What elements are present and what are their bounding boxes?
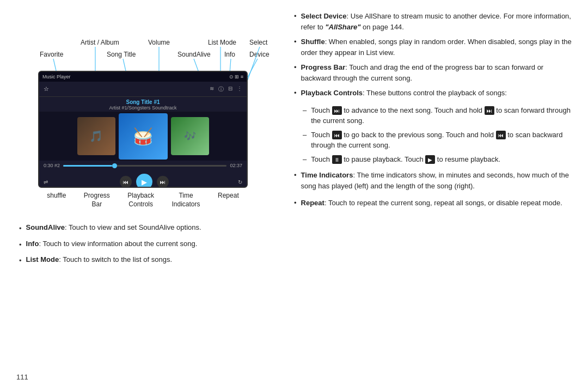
sub-dash-2: – (303, 130, 307, 140)
bottom-labels-row: shuffle ProgressBar PlaybackControls Tim… (38, 192, 248, 209)
playback-controls-label: PlaybackControls (127, 192, 154, 209)
svg-text:Volume: Volume (148, 39, 170, 46)
status-icons: ⊙ ⊞ ≡ (229, 74, 243, 79)
sub-text-2: Touch ⏮ to go back to the previous song.… (311, 130, 572, 151)
repeat-label: Repeat (301, 199, 324, 207)
shuffle-item: • Shuffle: When enabled, songs play in r… (294, 36, 572, 58)
svg-text:Device: Device (249, 51, 270, 58)
shuffle-ctrl-icon: ⇌ (44, 179, 48, 185)
repeat-label: Repeat (218, 192, 239, 209)
playback-controls-label: Playback Controls (301, 89, 363, 97)
sub-dash-1: – (303, 105, 307, 116)
soundalive-label: SoundAlive (26, 223, 65, 231)
repeat-ctrl-icon: ↻ (238, 179, 242, 185)
diagram-container: Artist / Album Volume List Mode Select F… (16, 38, 272, 212)
time-left: 0:30 #2 (44, 163, 60, 168)
play-icon-inline: ▶ (425, 155, 435, 164)
svg-text:Favorite: Favorite (40, 51, 64, 58)
progress-bar-label: ProgressBar (84, 192, 110, 209)
album-right: 🎶 (171, 117, 209, 155)
svg-text:Info: Info (224, 51, 235, 58)
drum-icon: 🥁 (133, 127, 153, 146)
progress-bar-dot (112, 163, 117, 168)
song-title-display: Song Title #1 (39, 99, 247, 105)
pause-icon-inline: ⏸ (332, 155, 342, 164)
info-bullet-text: Info: Touch to view information about th… (26, 238, 198, 249)
prev-icon-inline: ⏮ (332, 131, 342, 139)
listmode-bullet-text: List Mode: Touch to switch to the list o… (26, 254, 173, 265)
playback-controls-text: Playback Controls: These buttons control… (301, 88, 507, 99)
status-bar: Music Player ⊙ ⊞ ≡ (39, 72, 247, 82)
sub-bullet-1: – Touch ⏭ to advance to the next song. T… (303, 105, 572, 126)
info-bullet-item: • Info: Touch to view information about … (19, 238, 272, 250)
info-label: Info (26, 240, 39, 248)
album-center: 🥁 (119, 113, 168, 160)
prev-icon-inline-2: ⏮ (496, 131, 506, 139)
next-icon-inline-2: ⏭ (485, 106, 494, 115)
svg-text:Select: Select (249, 39, 268, 46)
bullet-dot-1: • (19, 223, 22, 234)
page-number: 111 (16, 373, 28, 381)
select-device-text: Select Device: Use AllShare to stream mu… (301, 11, 572, 32)
bullet-dot-r6: • (294, 198, 297, 209)
album-left: 🎵 (77, 117, 115, 155)
left-bullet-list: • SoundAlive: Touch to view and set Soun… (16, 222, 272, 271)
app-bar: ☆ ≋ ⓘ ⊟ ⋮ (39, 82, 247, 97)
bullet-dot-r3: • (294, 62, 297, 73)
bullet-dot-r4: • (294, 88, 297, 99)
progress-bar-item: • Progress Bar: Touch and drag the end o… (294, 62, 572, 83)
ctrl-right-side: ↻ (238, 179, 242, 185)
repeat-text: Repeat: Touch to repeat the current song… (301, 198, 562, 209)
right-panel: • Select Device: Use AllShare to stream … (283, 0, 588, 392)
sub-bullet-2: – Touch ⏮ to go back to the previous son… (303, 130, 572, 151)
soundalive-bullet-text: SoundAlive: Touch to view and set SoundA… (26, 222, 201, 233)
album-art-area: 🎵 🥁 🎶 (39, 112, 247, 161)
listmode-label: List Mode (26, 255, 59, 264)
bullet-dot-3: • (19, 255, 22, 266)
time-right: 02:37 (230, 163, 242, 168)
sub-bullet-list: – Touch ⏭ to advance to the next song. T… (303, 105, 572, 168)
progress-bar-label-text: Progress Bar (301, 63, 346, 71)
shuffle-label: Shuffle (301, 38, 325, 46)
next-icon-inline: ⏭ (332, 106, 342, 115)
bullet-dot-r2: • (294, 36, 297, 47)
svg-text:SoundAlive: SoundAlive (177, 51, 211, 58)
play-btn[interactable]: ▶ (136, 174, 152, 188)
controls-section: ⇌ ⏮ ▶ ⏭ ↻ (39, 170, 247, 188)
app-bar-icons: ≋ ⓘ ⊟ ⋮ (210, 85, 242, 93)
sub-dash-3: – (303, 154, 307, 165)
time-indicators-label: TimeIndicators (172, 192, 200, 209)
app-label: Music Player (42, 74, 71, 79)
shuffle-label: shuffle (47, 192, 66, 209)
progress-section: 0:30 #2 02:37 (39, 161, 247, 170)
info-icon: ⓘ (218, 85, 224, 93)
prev-btn[interactable]: ⏮ (120, 176, 132, 188)
song-info: Song Title #1 Artist #1/Songsters Soundt… (39, 97, 247, 112)
bullet-dot-2: • (19, 240, 22, 250)
select-device-label: Select Device (301, 12, 347, 20)
repeat-item: • Repeat: Touch to repeat the current so… (294, 198, 572, 209)
soundalive-bullet-item: • SoundAlive: Touch to view and set Soun… (19, 222, 272, 234)
sub-bullet-3: – Touch ⏸ to pause playback. Touch ▶ to … (303, 154, 572, 165)
time-indicators-item: • Time Indicators: The time indicators s… (294, 170, 572, 191)
playback-controls-item: • Playback Controls: These buttons contr… (294, 88, 572, 99)
svg-text:List Mode: List Mode (208, 39, 236, 46)
bullet-dot-r5: • (294, 170, 297, 181)
time-indicators-label: Time Indicators (301, 171, 353, 179)
time-indicators-text: Time Indicators: The time indicators sho… (301, 170, 572, 191)
equalizer-icon: ≋ (210, 85, 214, 93)
sub-text-1: Touch ⏭ to advance to the next song. Tou… (311, 105, 572, 126)
sub-text-3: Touch ⏸ to pause playback. Touch ▶ to re… (311, 154, 500, 165)
left-panel: Artist / Album Volume List Mode Select F… (0, 0, 283, 392)
artist-display: Artist #1/Songsters Soundtrack (39, 105, 247, 111)
next-btn[interactable]: ⏭ (157, 176, 169, 188)
listmode-bullet-item: • List Mode: Touch to switch to the list… (19, 254, 272, 266)
progress-bar-text: Progress Bar: Touch and drag the end of … (301, 62, 572, 83)
progress-bar-track (63, 165, 226, 167)
more-icon: ⋮ (237, 85, 242, 93)
shuffle-text: Shuffle: When enabled, songs play in ran… (301, 36, 572, 58)
svg-text:Artist / Album: Artist / Album (81, 39, 119, 46)
svg-text:Song Title: Song Title (107, 51, 136, 58)
app-title: ☆ (44, 85, 210, 93)
list-icon: ⊟ (228, 85, 232, 93)
